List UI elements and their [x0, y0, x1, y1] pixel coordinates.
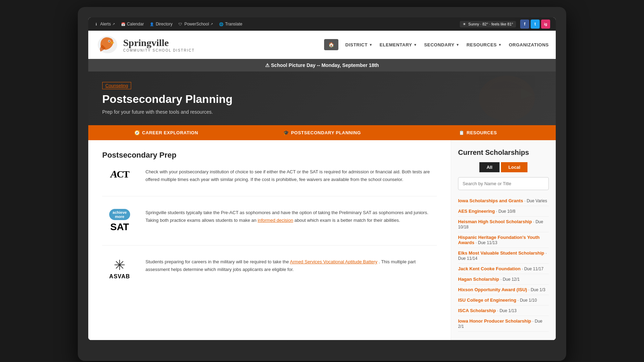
scholarship-list: Iowa Scholarships and Grants · Due Varie…: [458, 196, 549, 332]
asvab-text: Students preparing for careers in the mi…: [145, 258, 437, 273]
compass-icon: 🧭: [134, 130, 140, 135]
alert-bar: ⚠ School Picture Day -- Monday, Septembe…: [88, 59, 556, 71]
subnav-career[interactable]: 🧭 Career Exploration: [88, 125, 244, 140]
sat-block: achievemore SAT Springville students typ…: [102, 209, 437, 246]
sat-logo: achievemore SAT: [102, 209, 137, 233]
scholarship-due-1: · Due 10/8: [496, 209, 515, 214]
sub-nav: 🧭 Career Exploration 🎓 Postsecondary Pla…: [88, 125, 556, 140]
asvab-link[interactable]: Armed Services Vocational Aptitude Batte…: [290, 259, 377, 264]
scholarship-item-4: Elks Most Valuable Student Scholarship ·…: [458, 248, 549, 264]
scholarship-item-7: Hixson Opportunity Award (ISU) · Due 1/3: [458, 285, 549, 295]
dropdown-arrow-3: ▼: [456, 43, 459, 47]
scholarship-link-10[interactable]: Iowa Honor Producer Scholarship: [458, 318, 531, 324]
globe-icon: 🌐: [219, 22, 224, 27]
laptop-screen: ℹ Alerts ↗ 📅 Calendar 👤 Directory 🛡 Powe…: [88, 17, 556, 340]
dropdown-arrow-4: ▼: [498, 43, 502, 47]
scholarship-item-0: Iowa Scholarships and Grants · Due Varie…: [458, 196, 549, 206]
filter-all-button[interactable]: All: [479, 162, 500, 172]
subnav-postsecondary[interactable]: 🎓 Postsecondary Planning: [244, 125, 400, 140]
section-title: Postsecondary Prep: [102, 151, 437, 160]
content-area: Postsecondary Prep ACT Check with your p…: [88, 140, 556, 340]
scholarship-due-3: · Due 11/13: [475, 240, 497, 245]
asvab-logo: ✳ ASVAB: [102, 258, 137, 280]
nav-secondary[interactable]: SECONDARY ▼: [424, 42, 460, 47]
scholarship-link-9[interactable]: ISCA Scholarship: [458, 308, 496, 313]
topbar-calendar[interactable]: 📅 Calendar: [121, 22, 144, 27]
hero-bg-graphic: [472, 71, 542, 125]
topbar-directory[interactable]: 👤 Directory: [149, 22, 172, 27]
sidebar: Current Scholarships All Local Iowa Scho…: [451, 140, 556, 340]
scholarship-due-9: · Due 1/13: [497, 308, 516, 313]
scholarship-item-3: Hispanic Heritage Foundation's Youth Awa…: [458, 232, 549, 248]
dropdown-arrow-2: ▼: [413, 43, 417, 47]
scholarship-item-2: Heisman High School Scholarship · Due 10…: [458, 217, 549, 232]
act-text: Check with your postsecondary institutio…: [145, 168, 437, 183]
scholarship-link-8[interactable]: ISU College of Engineering: [458, 297, 516, 303]
scholarship-item-8: ISU College of Engineering · Due 1/10: [458, 295, 549, 306]
sun-icon: ☀: [463, 22, 466, 27]
breadcrumb-link[interactable]: Counseling: [102, 82, 131, 89]
sat-text: Springville students typically take the …: [145, 209, 437, 224]
scholarship-link-1[interactable]: AES Engineering: [458, 209, 495, 214]
main-nav: 🏠 DISTRICT ▼ ELEMENTARY ▼ SECONDARY ▼ RE…: [324, 39, 549, 50]
school-name: Springville: [123, 37, 195, 48]
scholarship-filter: All Local: [458, 162, 549, 172]
topbar-alerts[interactable]: ℹ Alerts ↗: [94, 22, 115, 27]
scholarship-link-3[interactable]: Hispanic Heritage Foundation's Youth Awa…: [458, 235, 540, 245]
scholarship-item-5: Jack Kent Cooke Foundation · Due 11/17: [458, 264, 549, 274]
external-link-icon-2: ↗: [210, 22, 213, 26]
topbar-translate[interactable]: 🌐 Translate: [219, 22, 242, 27]
asvab-block: ✳ ASVAB Students preparing for careers i…: [102, 258, 437, 292]
nav-resources[interactable]: RESOURCES ▼: [466, 42, 502, 47]
scholarship-item-6: Hagan Scholarship · Due 12/1: [458, 274, 549, 285]
scholarship-link-7[interactable]: Hixson Opportunity Award (ISU): [458, 287, 527, 292]
scholarship-search-input[interactable]: [458, 177, 549, 190]
shield-icon: 🛡: [178, 22, 183, 27]
star-icon: ✳: [114, 258, 126, 272]
hero-section: Counseling Postsecondary Planning Prep f…: [88, 71, 556, 125]
nav-elementary[interactable]: ELEMENTARY ▼: [380, 42, 417, 47]
main-content: Postsecondary Prep ACT Check with your p…: [88, 140, 451, 340]
laptop-frame: ℹ Alerts ↗ 📅 Calendar 👤 Directory 🛡 Powe…: [78, 7, 566, 361]
top-bar: ℹ Alerts ↗ 📅 Calendar 👤 Directory 🛡 Powe…: [88, 17, 556, 31]
nav-organizations[interactable]: ORGANIZATIONS: [509, 42, 549, 47]
scholarship-link-4[interactable]: Elks Most Valuable Student Scholarship: [458, 250, 544, 256]
facebook-button[interactable]: f: [520, 20, 529, 29]
weather-widget: ☀ Sunny · 82° · feels like 81°: [460, 21, 516, 28]
achieve-more-badge: achievemore: [109, 209, 130, 220]
nav-district[interactable]: DISTRICT ▼: [345, 42, 373, 47]
graduation-icon: 🎓: [283, 130, 289, 135]
scholarship-due-7: · Due 1/3: [529, 287, 546, 292]
informed-decision-link[interactable]: informed decision: [258, 218, 293, 223]
scholarship-link-0[interactable]: Iowa Scholarships and Grants: [458, 198, 523, 203]
external-link-icon: ↗: [112, 22, 115, 26]
topbar-powerschool[interactable]: 🛡 PowerSchool ↗: [178, 22, 213, 27]
scholarship-item-1: AES Engineering · Due 10/8: [458, 206, 549, 217]
site-header: Springville COMMUNITY SCHOOL DISTRICT 🏠 …: [88, 31, 556, 59]
filter-local-button[interactable]: Local: [501, 162, 527, 172]
subnav-resources[interactable]: 📋 Resources: [400, 125, 556, 140]
scholarship-due-6: · Due 12/1: [500, 277, 519, 282]
list-icon: 📋: [459, 130, 465, 135]
logo-text: Springville COMMUNITY SCHOOL DISTRICT: [123, 37, 195, 52]
person-icon: 👤: [149, 22, 154, 27]
scholarship-item-9: ISCA Scholarship · Due 1/13: [458, 306, 549, 316]
laptop-notch: [287, 340, 357, 344]
logo-area[interactable]: Springville COMMUNITY SCHOOL DISTRICT: [95, 34, 195, 55]
scholarship-link-6[interactable]: Hagan Scholarship: [458, 277, 499, 282]
school-district: COMMUNITY SCHOOL DISTRICT: [123, 48, 195, 52]
scholarship-link-2[interactable]: Heisman High School Scholarship: [458, 219, 532, 224]
scholarship-link-5[interactable]: Jack Kent Cooke Foundation: [458, 266, 521, 271]
dropdown-arrow: ▼: [369, 43, 373, 47]
social-icons: f t ig: [520, 20, 550, 29]
scholarship-due-8: · Due 1/10: [517, 298, 537, 303]
svg-point-2: [109, 41, 110, 42]
school-logo: [95, 34, 120, 55]
twitter-button[interactable]: t: [531, 20, 540, 29]
instagram-button[interactable]: ig: [541, 20, 550, 29]
home-button[interactable]: 🏠: [324, 39, 338, 50]
info-icon: ℹ: [94, 22, 99, 27]
scholarship-due-0: · Due Varies: [524, 198, 547, 203]
calendar-icon: 📅: [121, 22, 126, 27]
sidebar-title: Current Scholarships: [458, 149, 549, 157]
